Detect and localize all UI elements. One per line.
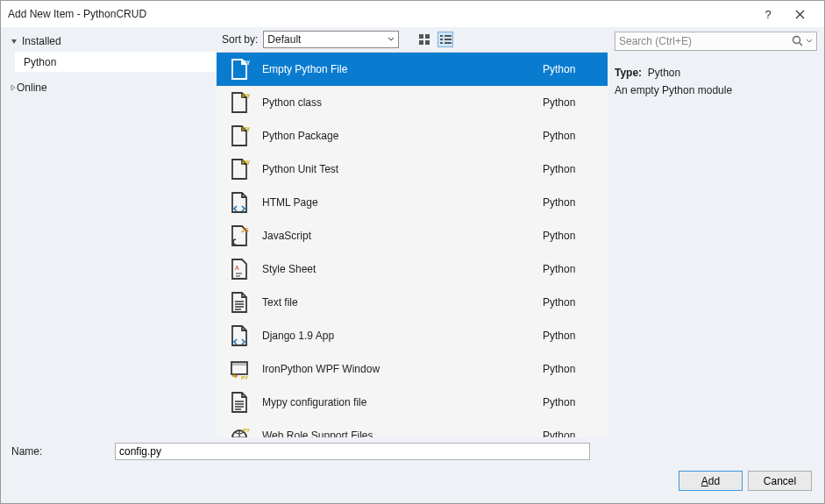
template-item[interactable]: HTML Page Python <box>217 186 608 219</box>
template-name: Empty Python File <box>262 63 530 75</box>
wpf-icon: PY <box>229 357 250 381</box>
svg-rect-1 <box>425 34 430 39</box>
search-box[interactable] <box>615 32 817 51</box>
window-title: Add New Item - PythonCRUD <box>8 8 754 20</box>
svg-rect-0 <box>419 34 423 39</box>
template-name: Python class <box>262 96 530 109</box>
title-bar: Add New Item - PythonCRUD ? <box>1 1 824 27</box>
template-language: Python <box>543 230 595 242</box>
html-icon <box>229 190 250 215</box>
name-input[interactable] <box>115 443 590 460</box>
chevron-right-icon <box>10 84 17 91</box>
list-icon <box>440 35 452 45</box>
template-language: Python <box>543 429 595 437</box>
search-input[interactable] <box>619 35 792 47</box>
cancel-button[interactable]: Cancel <box>748 471 812 491</box>
template-item[interactable]: PY Web Role Support Files Python <box>217 419 608 437</box>
template-panel: Sort by: Default PY Empty Python File Py… <box>217 27 608 437</box>
text-icon <box>229 290 250 315</box>
template-language: Python <box>543 96 595 109</box>
template-name: Python Unit Test <box>262 163 530 175</box>
template-language: Python <box>543 263 595 275</box>
button-row: Add Cancel <box>11 471 814 491</box>
sort-toolbar: Sort by: Default <box>217 27 608 52</box>
template-list[interactable]: PY Empty Python File Python PY Python cl… <box>217 52 608 437</box>
chevron-down-icon <box>388 37 395 42</box>
html-icon <box>229 323 250 348</box>
text-icon <box>229 390 250 415</box>
template-item[interactable]: Text file Python <box>217 286 608 319</box>
svg-rect-7 <box>445 39 452 40</box>
svg-text:PY: PY <box>241 375 248 380</box>
description-text: An empty Python module <box>615 84 817 96</box>
pyfile-icon: PY <box>229 90 250 115</box>
svg-rect-4 <box>440 35 443 37</box>
web-icon: PY <box>229 423 250 437</box>
template-item[interactable]: PY IronPython WPF Window Python <box>217 352 608 386</box>
template-name: HTML Page <box>262 196 530 209</box>
template-name: JavaScript <box>262 230 530 242</box>
template-name: Django 1.9 App <box>262 330 530 342</box>
svg-rect-8 <box>440 42 443 44</box>
template-item[interactable]: PY Python Package Python <box>217 119 608 153</box>
type-value: Python <box>648 67 680 79</box>
details-panel: Type: Python An empty Python module <box>608 27 824 437</box>
template-name: Mypy configuration file <box>262 396 530 408</box>
template-item[interactable]: PY Python Unit Test Python <box>217 153 608 186</box>
add-button[interactable]: Add <box>679 471 743 491</box>
template-item[interactable]: PY Empty Python File Python <box>217 53 608 86</box>
tree-item-installed[interactable]: Installed <box>1 32 217 50</box>
template-item[interactable]: Django 1.9 App Python <box>217 319 608 352</box>
name-label: Name: <box>11 445 108 458</box>
tree-item-python[interactable]: Python <box>15 52 217 72</box>
template-language: Python <box>543 330 595 342</box>
pyfile-icon: PY <box>229 57 250 82</box>
name-row: Name: <box>11 443 814 460</box>
sort-by-value: Default <box>267 33 301 46</box>
help-button[interactable]: ? <box>754 4 782 24</box>
pyfile-icon: PY <box>229 124 250 148</box>
template-language: Python <box>543 130 595 142</box>
template-name: Web Role Support Files <box>262 429 530 437</box>
pyfile-icon: PY <box>229 157 250 181</box>
close-button[interactable] <box>782 4 817 24</box>
tree-item-label: Python <box>24 56 56 68</box>
svg-text:PY: PY <box>243 428 250 433</box>
help-icon: ? <box>765 8 771 21</box>
template-item[interactable]: Mypy configuration file Python <box>217 386 608 419</box>
view-medium-icons-button[interactable] <box>416 32 432 47</box>
template-item[interactable]: JS JavaScript Python <box>217 219 608 252</box>
template-description: Type: Python An empty Python module <box>615 51 817 96</box>
tree-item-online[interactable]: Online <box>1 79 217 96</box>
close-icon <box>795 10 805 19</box>
template-language: Python <box>543 196 595 209</box>
sort-by-label: Sort by: <box>220 33 258 46</box>
js-icon: JS <box>229 224 250 248</box>
template-name: Python Package <box>262 130 530 142</box>
view-small-icons-button[interactable] <box>437 32 453 47</box>
category-tree: Installed Python Online <box>1 27 217 437</box>
template-language: Python <box>543 363 595 375</box>
template-language: Python <box>543 296 595 309</box>
tree-item-label: Online <box>17 82 47 94</box>
css-icon: A <box>229 257 250 281</box>
template-language: Python <box>543 63 595 75</box>
svg-rect-17 <box>231 362 247 366</box>
sort-by-select[interactable]: Default <box>263 31 399 48</box>
svg-rect-2 <box>419 40 423 45</box>
template-language: Python <box>543 396 595 408</box>
svg-rect-6 <box>440 39 443 40</box>
svg-text:A: A <box>235 265 239 271</box>
svg-rect-9 <box>445 42 452 44</box>
svg-text:PY: PY <box>242 60 250 66</box>
template-item[interactable]: A Style Sheet Python <box>217 252 608 286</box>
template-name: Style Sheet <box>262 263 530 275</box>
svg-text:PY: PY <box>242 126 250 132</box>
template-name: IronPython WPF Window <box>262 363 530 375</box>
template-language: Python <box>543 163 595 175</box>
chevron-down-icon <box>10 38 18 45</box>
template-item[interactable]: PY Python class Python <box>217 86 608 119</box>
chevron-down-icon <box>806 39 813 44</box>
svg-text:PY: PY <box>242 93 250 99</box>
svg-point-21 <box>793 37 800 44</box>
